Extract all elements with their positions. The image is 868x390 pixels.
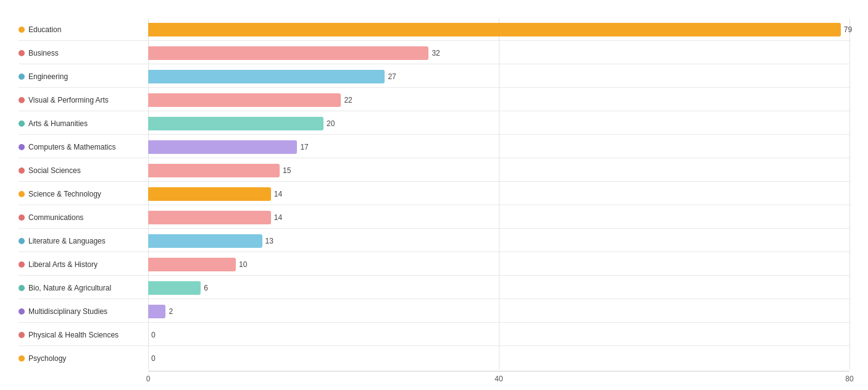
table-row: Social Sciences15 <box>19 159 849 182</box>
bar-label: Psychology <box>19 354 148 363</box>
dot-icon <box>19 238 25 244</box>
dot-icon <box>19 332 25 338</box>
bar-value: 17 <box>300 143 308 151</box>
table-row: Science & Technology14 <box>19 183 849 205</box>
bar-value: 14 <box>274 213 282 222</box>
table-row: Engineering27 <box>19 66 849 88</box>
bar-label-text: Psychology <box>28 354 66 363</box>
bar: 14 <box>148 187 271 201</box>
bar-value: 0 <box>151 354 156 363</box>
bar-label: Science & Technology <box>19 190 148 198</box>
bar-area: 0 <box>148 347 849 370</box>
dot-icon <box>19 214 25 221</box>
table-row: Communications14 <box>19 206 849 229</box>
bar-area: 10 <box>148 253 849 275</box>
bar: 6 <box>148 281 201 295</box>
bar: 2 <box>148 305 165 318</box>
bar-label-text: Education <box>28 25 61 34</box>
bar-label: Communications <box>19 213 148 222</box>
bar-label: Engineering <box>19 72 148 81</box>
chart-container: Education79Business32Engineering27Visual… <box>19 19 849 387</box>
bar-label: Literature & Languages <box>19 237 148 245</box>
bar: 13 <box>148 234 262 248</box>
bar-value: 27 <box>388 72 396 81</box>
dot-icon <box>19 74 25 80</box>
table-row: Multidisciplinary Studies2 <box>19 300 849 323</box>
bar-label-text: Bio, Nature & Agricultural <box>28 284 111 292</box>
bar-value: 0 <box>151 331 156 339</box>
bar: 10 <box>148 258 236 271</box>
bar-value: 79 <box>844 25 852 34</box>
bar-label: Computers & Mathematics <box>19 143 148 151</box>
bar-label: Physical & Health Sciences <box>19 331 148 339</box>
bar-label: Liberal Arts & History <box>19 260 148 269</box>
bar: 15 <box>148 164 280 177</box>
bar: 22 <box>148 93 341 107</box>
bar-value: 32 <box>432 49 440 57</box>
bar-area: 6 <box>148 277 849 299</box>
dot-icon <box>19 285 25 291</box>
bar-area: 13 <box>148 230 849 252</box>
bar-label-text: Literature & Languages <box>28 237 106 245</box>
bar-value: 13 <box>265 237 273 245</box>
dot-icon <box>19 355 25 362</box>
table-row: Physical & Health Sciences0 <box>19 324 849 346</box>
bar-area: 32 <box>148 42 849 64</box>
x-tick-label: 0 <box>146 375 151 383</box>
bars-wrapper: Education79Business32Engineering27Visual… <box>19 19 849 370</box>
bar-area: 14 <box>148 183 849 205</box>
table-row: Liberal Arts & History10 <box>19 253 849 276</box>
x-tick-label: 80 <box>845 375 853 383</box>
bar-value: 22 <box>344 96 352 104</box>
bar: 27 <box>148 70 385 83</box>
bar-value: 2 <box>169 307 173 316</box>
bar-area: 2 <box>148 300 849 322</box>
bar-label-text: Social Sciences <box>28 166 81 175</box>
dot-icon <box>19 167 25 174</box>
dot-icon <box>19 191 25 197</box>
bar-label-text: Visual & Performing Arts <box>28 96 109 104</box>
bar-value: 10 <box>239 260 247 269</box>
x-tick-label: 40 <box>495 375 503 383</box>
bar-value: 6 <box>204 284 208 292</box>
bar-area: 15 <box>148 159 849 181</box>
table-row: Education79 <box>19 19 849 41</box>
bar: 20 <box>148 117 323 130</box>
bar-label: Visual & Performing Arts <box>19 96 148 104</box>
bar-label-text: Computers & Mathematics <box>28 143 115 151</box>
dot-icon <box>19 121 25 127</box>
bar: 32 <box>148 46 428 60</box>
bar-value: 20 <box>327 119 335 128</box>
bar-label-text: Business <box>28 49 59 57</box>
bar-area: 27 <box>148 66 849 87</box>
bar-label-text: Liberal Arts & History <box>28 260 98 269</box>
bar-area: 0 <box>148 324 849 345</box>
bar-label-text: Physical & Health Sciences <box>28 331 119 339</box>
dot-icon <box>19 97 25 103</box>
dot-icon <box>19 261 25 268</box>
bar-label: Social Sciences <box>19 166 148 175</box>
bar-label: Arts & Humanities <box>19 119 148 128</box>
x-axis: 04080 <box>148 371 849 387</box>
bar-area: 14 <box>148 206 849 228</box>
bar-area: 17 <box>148 136 849 158</box>
bar-area: 22 <box>148 89 849 111</box>
bar: 79 <box>148 23 841 36</box>
bar-label-text: Arts & Humanities <box>28 119 88 128</box>
dot-icon <box>19 308 25 315</box>
table-row: Literature & Languages13 <box>19 230 849 252</box>
bar-label: Education <box>19 25 148 34</box>
bar-label: Business <box>19 49 148 57</box>
bar-label-text: Engineering <box>28 72 68 81</box>
bar-area: 20 <box>148 112 849 134</box>
table-row: Arts & Humanities20 <box>19 112 849 135</box>
grid-line <box>849 19 850 370</box>
dot-icon <box>19 27 25 33</box>
table-row: Bio, Nature & Agricultural6 <box>19 277 849 299</box>
table-row: Visual & Performing Arts22 <box>19 89 849 111</box>
dot-icon <box>19 144 25 150</box>
bar: 17 <box>148 140 297 154</box>
bar-label: Multidisciplinary Studies <box>19 307 148 316</box>
table-row: Computers & Mathematics17 <box>19 136 849 158</box>
bar-area: 79 <box>148 19 849 40</box>
